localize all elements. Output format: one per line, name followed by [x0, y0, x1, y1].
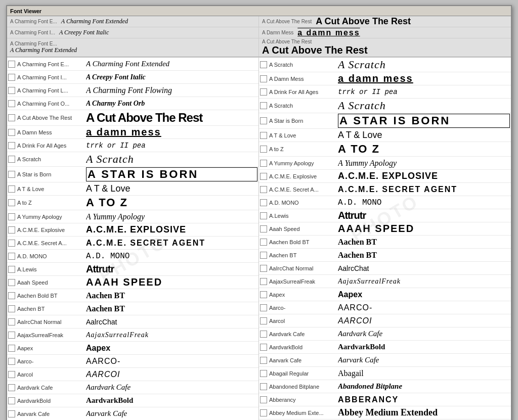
font-preview-sample: A T & Love [338, 130, 510, 141]
preview-right-1: A Cut Above The Rest A Cut Above The Res… [259, 16, 511, 27]
font-checkbox[interactable] [8, 240, 15, 247]
font-preview-sample: Aapex [86, 344, 257, 353]
font-checkbox[interactable] [8, 384, 15, 391]
font-checkbox[interactable] [8, 213, 15, 220]
font-name-label: A Drink For All Ages [269, 89, 335, 95]
font-preview-sample: A STAR IS BORN [338, 114, 510, 128]
font-preview-sample: AajaxSurrealFreak [86, 331, 257, 339]
font-checkbox[interactable] [260, 331, 267, 338]
font-checkbox[interactable] [260, 278, 267, 285]
font-checkbox[interactable] [260, 409, 267, 416]
font-name-label: A Scratch [269, 103, 335, 109]
font-checkbox[interactable] [260, 225, 267, 232]
font-checkbox[interactable] [8, 266, 15, 273]
font-checkbox[interactable] [260, 88, 267, 96]
font-checkbox[interactable] [8, 279, 15, 286]
preview-sample-left-2: A Creepy Font Italic [59, 29, 109, 36]
font-name-label: A to Z [17, 200, 83, 206]
font-checkbox[interactable] [260, 396, 267, 403]
font-checkbox[interactable] [260, 173, 267, 180]
font-checkbox[interactable] [260, 357, 267, 364]
font-checkbox[interactable] [260, 291, 267, 298]
right-column: A Scratch A Scratch A Damn Mess a damn m… [259, 58, 511, 420]
font-checkbox[interactable] [260, 383, 267, 390]
font-name-label: A Charming Font L... [17, 87, 83, 94]
font-checkbox[interactable] [260, 370, 267, 377]
font-checkbox[interactable] [260, 252, 267, 259]
font-checkbox[interactable] [8, 371, 15, 378]
table-row: AajaxSurrealFreak AajaxSurrealFreak [7, 329, 258, 342]
font-name-label: A Star is Born [17, 171, 83, 177]
font-checkbox[interactable] [260, 212, 267, 219]
font-checkbox[interactable] [260, 75, 267, 82]
font-name-label: AaIrcChat Normal [269, 265, 335, 271]
font-checkbox[interactable] [8, 100, 15, 107]
table-row: AardvarkBold AardvarkBold [259, 341, 511, 354]
font-checkbox[interactable] [260, 132, 267, 139]
font-checkbox[interactable] [260, 61, 267, 68]
font-name-label: AajaxSurrealFreak [17, 332, 83, 338]
font-checkbox[interactable] [8, 410, 15, 417]
font-checkbox[interactable] [8, 397, 15, 404]
font-checkbox[interactable] [8, 156, 15, 163]
font-preview-sample: A Creepy Font Italic [86, 73, 257, 81]
font-checkbox[interactable] [8, 129, 15, 136]
table-row: A Charming Font L... A Charming Font Flo… [7, 84, 258, 97]
font-checkbox[interactable] [8, 345, 15, 352]
font-preview-sample: AAAH SPEED [86, 276, 257, 288]
font-checkbox[interactable] [8, 305, 15, 312]
font-preview-sample: Aachen BT [338, 251, 510, 260]
font-name-label: A Damn Mess [269, 76, 335, 82]
font-checkbox[interactable] [8, 142, 15, 149]
font-checkbox[interactable] [260, 265, 267, 272]
font-preview-sample: AARCO- [86, 357, 257, 366]
table-row: A Drink For All Ages trrk or II pea [259, 85, 511, 99]
font-name-label: AardvarkBold [269, 344, 335, 350]
font-checkbox[interactable] [8, 61, 15, 68]
font-preview-sample: A Yummy Apology [338, 159, 510, 168]
font-checkbox[interactable] [260, 344, 267, 351]
font-preview-sample: A Scratch [86, 153, 257, 166]
font-preview-sample: Abagail [338, 369, 510, 378]
font-name-label: Aapex [269, 292, 335, 298]
font-name-label: Aardvark Cafe [17, 385, 83, 391]
font-checkbox[interactable] [8, 114, 15, 121]
table-row: A T & Love A T & Love [7, 182, 258, 196]
font-checkbox[interactable] [260, 117, 267, 124]
main-content: A Charming Font E... A Charming Font Ext… [7, 57, 511, 420]
font-preview-sample: A Cut Above The Rest [86, 111, 257, 125]
font-checkbox[interactable] [260, 102, 267, 109]
table-row: Abbey Medium Exte... Abbey Medium Extend… [259, 406, 511, 419]
font-name-label: Abagail Regular [269, 370, 335, 377]
font-checkbox[interactable] [8, 74, 15, 81]
preview-sample-right-3: A Cut Above The Rest [262, 44, 508, 56]
font-checkbox[interactable] [8, 358, 15, 365]
font-checkbox[interactable] [8, 318, 15, 325]
table-row: A Scratch A Scratch [259, 58, 511, 72]
font-checkbox[interactable] [8, 226, 15, 234]
font-checkbox[interactable] [260, 199, 267, 206]
table-row: Aarvark Cafe Aarvark Cafe [259, 354, 511, 367]
font-name-label: Abandoned Bitplane [269, 384, 335, 390]
main-window: Font Viewer A Charming Font E... A Charm… [6, 5, 512, 420]
font-checkbox[interactable] [8, 292, 15, 299]
preview-sample-left-1: A Charming Font Extended [61, 18, 128, 25]
table-row: Aardvark Cafe Aardvark Cafe [7, 381, 258, 394]
font-checkbox[interactable] [260, 304, 267, 311]
font-checkbox[interactable] [8, 332, 15, 339]
font-checkbox[interactable] [260, 146, 267, 153]
top-preview-area: A Charming Font E... A Charming Font Ext… [7, 16, 511, 57]
font-checkbox[interactable] [260, 239, 267, 246]
font-checkbox[interactable] [8, 87, 15, 94]
font-checkbox[interactable] [260, 317, 267, 324]
font-checkbox[interactable] [8, 185, 15, 193]
font-checkbox[interactable] [260, 186, 267, 193]
table-row: A Star is Born A STAR IS BORN [259, 113, 511, 129]
table-row: A Yummy Apology A Yummy Apology [7, 210, 258, 223]
preview-row-2: A Charming Font I... A Creepy Font Itali… [7, 27, 511, 38]
font-checkbox[interactable] [260, 160, 267, 167]
font-checkbox[interactable] [8, 199, 15, 206]
font-checkbox[interactable] [8, 171, 15, 178]
preview-name-left-3a: A Charming Font E... [10, 41, 255, 46]
font-checkbox[interactable] [8, 253, 15, 260]
